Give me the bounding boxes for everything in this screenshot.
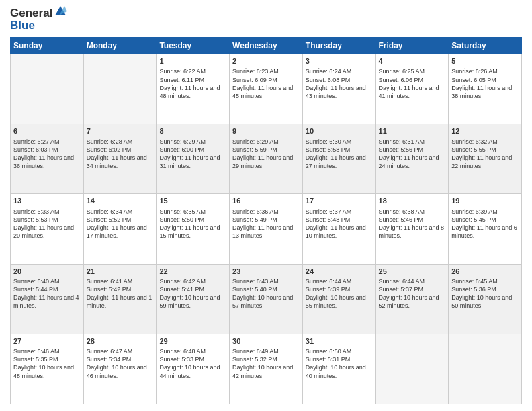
page: General Blue SundayMondayTuesdayWednesda…: [0, 0, 532, 411]
calendar-header-friday: Friday: [375, 38, 449, 54]
day-number: 30: [232, 336, 300, 346]
logo-blue: Blue: [10, 19, 35, 32]
day-info: Sunrise: 6:22 AM Sunset: 6:11 PM Dayligh…: [159, 67, 226, 100]
day-info: Sunrise: 6:35 AM Sunset: 5:50 PM Dayligh…: [159, 208, 226, 240]
calendar-cell: [11, 54, 84, 124]
calendar-cell: 29Sunrise: 6:48 AM Sunset: 5:33 PM Dayli…: [157, 334, 230, 404]
calendar-week-row: 20Sunrise: 6:40 AM Sunset: 5:44 PM Dayli…: [11, 264, 522, 334]
calendar-cell: 11Sunrise: 6:31 AM Sunset: 5:56 PM Dayli…: [375, 124, 449, 194]
calendar-week-row: 6Sunrise: 6:27 AM Sunset: 6:03 PM Daylig…: [11, 124, 522, 194]
day-info: Sunrise: 6:33 AM Sunset: 5:53 PM Dayligh…: [13, 208, 81, 240]
day-number: 2: [232, 56, 300, 66]
calendar-cell: 22Sunrise: 6:42 AM Sunset: 5:41 PM Dayli…: [157, 264, 230, 334]
day-info: Sunrise: 6:45 AM Sunset: 5:36 PM Dayligh…: [451, 277, 519, 310]
day-info: Sunrise: 6:32 AM Sunset: 5:55 PM Dayligh…: [451, 138, 519, 171]
day-info: Sunrise: 6:43 AM Sunset: 5:40 PM Dayligh…: [232, 277, 300, 310]
day-number: 15: [159, 196, 226, 205]
day-info: Sunrise: 6:29 AM Sunset: 6:00 PM Dayligh…: [159, 138, 226, 171]
day-number: 29: [159, 336, 226, 346]
calendar-cell: 5Sunrise: 6:26 AM Sunset: 6:05 PM Daylig…: [449, 54, 522, 124]
calendar-cell: 23Sunrise: 6:43 AM Sunset: 5:40 PM Dayli…: [230, 264, 303, 334]
day-info: Sunrise: 6:30 AM Sunset: 5:58 PM Dayligh…: [306, 138, 373, 171]
day-info: Sunrise: 6:48 AM Sunset: 5:33 PM Dayligh…: [159, 347, 226, 380]
day-number: 27: [13, 336, 81, 346]
day-info: Sunrise: 6:39 AM Sunset: 5:45 PM Dayligh…: [451, 208, 519, 240]
day-number: 4: [379, 56, 446, 66]
day-info: Sunrise: 6:25 AM Sunset: 6:06 PM Dayligh…: [379, 67, 446, 100]
day-number: 31: [306, 336, 373, 346]
day-number: 24: [306, 267, 373, 276]
day-number: 6: [13, 126, 81, 136]
day-info: Sunrise: 6:49 AM Sunset: 5:32 PM Dayligh…: [232, 347, 300, 380]
day-info: Sunrise: 6:47 AM Sunset: 5:34 PM Dayligh…: [87, 347, 154, 380]
day-number: 20: [13, 267, 81, 276]
calendar-cell: 12Sunrise: 6:32 AM Sunset: 5:55 PM Dayli…: [449, 124, 522, 194]
calendar-cell: 6Sunrise: 6:27 AM Sunset: 6:03 PM Daylig…: [11, 124, 84, 194]
calendar-table: SundayMondayTuesdayWednesdayThursdayFrid…: [10, 37, 522, 404]
calendar-header-tuesday: Tuesday: [157, 38, 230, 54]
day-number: 7: [87, 126, 154, 136]
calendar-cell: 14Sunrise: 6:34 AM Sunset: 5:52 PM Dayli…: [83, 194, 157, 264]
day-number: 1: [159, 56, 226, 66]
calendar-cell: 19Sunrise: 6:39 AM Sunset: 5:45 PM Dayli…: [449, 194, 522, 264]
calendar-week-row: 27Sunrise: 6:46 AM Sunset: 5:35 PM Dayli…: [11, 334, 522, 404]
day-number: 17: [306, 196, 373, 205]
calendar-cell: 4Sunrise: 6:25 AM Sunset: 6:06 PM Daylig…: [375, 54, 449, 124]
calendar-cell: 10Sunrise: 6:30 AM Sunset: 5:58 PM Dayli…: [302, 124, 375, 194]
calendar-week-row: 1Sunrise: 6:22 AM Sunset: 6:11 PM Daylig…: [11, 54, 522, 124]
calendar-cell: 2Sunrise: 6:23 AM Sunset: 6:09 PM Daylig…: [230, 54, 303, 124]
calendar-header-sunday: Sunday: [11, 38, 84, 54]
day-info: Sunrise: 6:46 AM Sunset: 5:35 PM Dayligh…: [13, 347, 81, 380]
calendar-cell: 16Sunrise: 6:36 AM Sunset: 5:49 PM Dayli…: [230, 194, 303, 264]
day-info: Sunrise: 6:29 AM Sunset: 5:59 PM Dayligh…: [232, 138, 300, 171]
day-info: Sunrise: 6:50 AM Sunset: 5:31 PM Dayligh…: [306, 347, 373, 380]
day-info: Sunrise: 6:34 AM Sunset: 5:52 PM Dayligh…: [87, 208, 154, 240]
day-number: 5: [451, 56, 519, 66]
calendar-cell: [375, 334, 449, 404]
day-info: Sunrise: 6:24 AM Sunset: 6:08 PM Dayligh…: [306, 67, 373, 100]
day-info: Sunrise: 6:31 AM Sunset: 5:56 PM Dayligh…: [379, 138, 446, 171]
calendar-cell: 28Sunrise: 6:47 AM Sunset: 5:34 PM Dayli…: [83, 334, 157, 404]
day-number: 13: [13, 196, 81, 205]
day-number: 28: [87, 336, 154, 346]
calendar-cell: 30Sunrise: 6:49 AM Sunset: 5:32 PM Dayli…: [230, 334, 303, 404]
day-number: 22: [159, 267, 226, 276]
calendar-cell: 27Sunrise: 6:46 AM Sunset: 5:35 PM Dayli…: [11, 334, 84, 404]
day-number: 16: [232, 196, 300, 205]
calendar-cell: 18Sunrise: 6:38 AM Sunset: 5:46 PM Dayli…: [375, 194, 449, 264]
day-info: Sunrise: 6:28 AM Sunset: 6:02 PM Dayligh…: [87, 138, 154, 171]
day-info: Sunrise: 6:42 AM Sunset: 5:41 PM Dayligh…: [159, 277, 226, 310]
day-number: 25: [379, 267, 446, 276]
calendar-header-saturday: Saturday: [449, 38, 522, 54]
logo: General Blue: [10, 7, 67, 32]
calendar-cell: 26Sunrise: 6:45 AM Sunset: 5:36 PM Dayli…: [449, 264, 522, 334]
day-info: Sunrise: 6:36 AM Sunset: 5:49 PM Dayligh…: [232, 208, 300, 240]
day-info: Sunrise: 6:40 AM Sunset: 5:44 PM Dayligh…: [13, 277, 81, 310]
calendar-cell: 15Sunrise: 6:35 AM Sunset: 5:50 PM Dayli…: [157, 194, 230, 264]
calendar-header-thursday: Thursday: [302, 38, 375, 54]
calendar-header-monday: Monday: [83, 38, 157, 54]
day-number: 19: [451, 196, 519, 205]
calendar-cell: 9Sunrise: 6:29 AM Sunset: 5:59 PM Daylig…: [230, 124, 303, 194]
day-number: 18: [379, 196, 446, 205]
calendar-cell: 8Sunrise: 6:29 AM Sunset: 6:00 PM Daylig…: [157, 124, 230, 194]
calendar-cell: 13Sunrise: 6:33 AM Sunset: 5:53 PM Dayli…: [11, 194, 84, 264]
day-info: Sunrise: 6:44 AM Sunset: 5:37 PM Dayligh…: [379, 277, 446, 310]
header: General Blue: [10, 7, 522, 32]
calendar-cell: 20Sunrise: 6:40 AM Sunset: 5:44 PM Dayli…: [11, 264, 84, 334]
day-info: Sunrise: 6:41 AM Sunset: 5:42 PM Dayligh…: [87, 277, 154, 310]
calendar-cell: 3Sunrise: 6:24 AM Sunset: 6:08 PM Daylig…: [302, 54, 375, 124]
calendar-cell: 7Sunrise: 6:28 AM Sunset: 6:02 PM Daylig…: [83, 124, 157, 194]
logo-triangle-icon: [54, 6, 67, 18]
calendar-cell: 21Sunrise: 6:41 AM Sunset: 5:42 PM Dayli…: [83, 264, 157, 334]
calendar-cell: [449, 334, 522, 404]
calendar-cell: 31Sunrise: 6:50 AM Sunset: 5:31 PM Dayli…: [302, 334, 375, 404]
day-info: Sunrise: 6:44 AM Sunset: 5:39 PM Dayligh…: [306, 277, 373, 310]
calendar-cell: 17Sunrise: 6:37 AM Sunset: 5:48 PM Dayli…: [302, 194, 375, 264]
day-number: 11: [379, 126, 446, 136]
day-info: Sunrise: 6:23 AM Sunset: 6:09 PM Dayligh…: [232, 67, 300, 100]
day-info: Sunrise: 6:27 AM Sunset: 6:03 PM Dayligh…: [13, 138, 81, 171]
calendar-cell: 25Sunrise: 6:44 AM Sunset: 5:37 PM Dayli…: [375, 264, 449, 334]
calendar-header-wednesday: Wednesday: [230, 38, 303, 54]
calendar-cell: [83, 54, 157, 124]
